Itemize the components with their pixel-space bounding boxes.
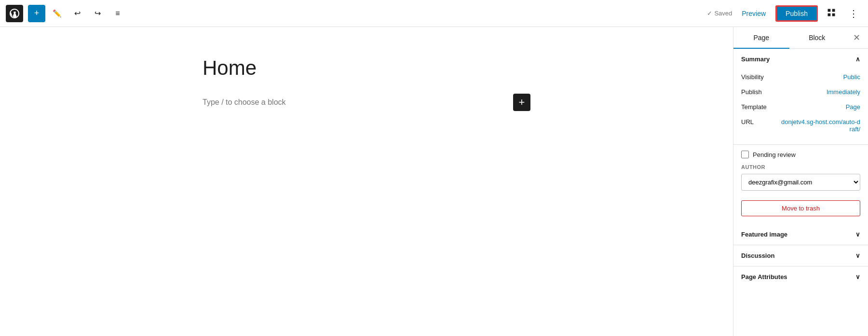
settings-icon	[827, 8, 836, 19]
discussion-label: Discussion	[741, 252, 774, 259]
featured-image-chevron-down-icon: ∨	[855, 231, 860, 238]
url-row: URL donjetv4.sg-host.com/auto-draft/	[741, 114, 860, 137]
editor-content: Type / to choose a block +	[203, 56, 530, 115]
svg-rect-0	[828, 9, 831, 12]
wp-logo-icon	[10, 9, 19, 18]
visibility-label: Visibility	[741, 73, 780, 81]
checkmark-icon: ✓	[707, 10, 712, 17]
close-icon: ✕	[853, 32, 860, 43]
sidebar-tabs: Page Block ✕	[733, 27, 868, 49]
featured-image-section-header[interactable]: Featured image ∨	[733, 224, 868, 245]
svg-rect-3	[832, 14, 835, 16]
toolbar-left: + ✏️ ↩ ↪ ≡	[6, 5, 126, 22]
plus-icon-inline: +	[519, 97, 525, 108]
summary-section-content: Visibility Public Publish Immediately Te…	[733, 70, 868, 144]
toolbar: + ✏️ ↩ ↪ ≡ ✓ Saved Preview Publish ⋮	[0, 0, 868, 27]
chevron-up-icon: ∧	[855, 56, 860, 63]
svg-rect-1	[832, 9, 835, 12]
page-attributes-label: Page Attributes	[741, 273, 787, 280]
url-label: URL	[741, 118, 780, 126]
main-layout: Type / to choose a block + Page Block ✕ …	[0, 27, 868, 336]
redo-button[interactable]: ↪	[89, 5, 106, 22]
saved-label: Saved	[714, 10, 732, 17]
editor-area: Type / to choose a block +	[0, 27, 733, 336]
visibility-row: Visibility Public	[741, 70, 860, 84]
wordpress-logo	[6, 5, 23, 22]
sidebar: Page Block ✕ Summary ∧ Visibility Public…	[733, 27, 868, 336]
url-value[interactable]: donjetv4.sg-host.com/auto-draft/	[780, 118, 860, 133]
pending-review-checkbox[interactable]	[741, 151, 749, 158]
placeholder-text: Type / to choose a block	[203, 98, 286, 107]
template-value[interactable]: Page	[846, 103, 860, 111]
svg-rect-2	[828, 14, 831, 16]
add-block-inline-button[interactable]: +	[513, 94, 530, 111]
discussion-section-header[interactable]: Discussion ∨	[733, 245, 868, 266]
move-to-trash-button[interactable]: Move to trash	[741, 200, 860, 216]
page-attributes-section-header[interactable]: Page Attributes ∨	[733, 266, 868, 287]
toolbar-right: ✓ Saved Preview Publish ⋮	[707, 5, 862, 22]
tab-page[interactable]: Page	[733, 27, 789, 48]
template-label: Template	[741, 103, 780, 111]
publish-button[interactable]: Publish	[775, 5, 818, 22]
author-select[interactable]: deezgrafix@gmail.com	[741, 174, 860, 191]
publish-row: Publish Immediately	[741, 84, 860, 99]
tab-block[interactable]: Block	[789, 27, 845, 48]
sidebar-close-button[interactable]: ✕	[847, 28, 866, 47]
publish-value[interactable]: Immediately	[827, 88, 860, 96]
preview-button[interactable]: Preview	[737, 7, 771, 20]
publish-label: Publish	[741, 88, 780, 96]
page-attributes-chevron-down-icon: ∨	[855, 273, 860, 280]
page-title-input[interactable]	[203, 56, 530, 80]
author-section-label: AUTHOR	[741, 164, 860, 170]
visibility-value[interactable]: Public	[843, 73, 860, 81]
list-icon: ≡	[115, 9, 120, 18]
add-block-button[interactable]: +	[28, 5, 45, 22]
plus-icon: +	[34, 8, 40, 18]
pending-review-label[interactable]: Pending review	[753, 151, 796, 158]
undo-button[interactable]: ↩	[68, 5, 86, 22]
summary-section-header[interactable]: Summary ∧	[733, 49, 868, 70]
edit-button[interactable]: ✏️	[48, 5, 66, 22]
pending-review-row: Pending review	[733, 145, 868, 164]
more-icon: ⋮	[849, 8, 858, 19]
featured-image-label: Featured image	[741, 231, 787, 238]
block-placeholder[interactable]: Type / to choose a block +	[203, 90, 530, 115]
settings-sidebar-toggle[interactable]	[823, 5, 840, 22]
author-section: AUTHOR deezgrafix@gmail.com	[733, 164, 868, 196]
summary-section: Summary ∧ Visibility Public Publish Imme…	[733, 49, 868, 145]
saved-status: ✓ Saved	[707, 10, 732, 17]
discussion-chevron-down-icon: ∨	[855, 252, 860, 259]
redo-icon: ↪	[95, 9, 101, 18]
undo-icon: ↩	[74, 9, 81, 18]
list-view-button[interactable]: ≡	[109, 5, 126, 22]
pencil-icon: ✏️	[53, 9, 62, 18]
template-row: Template Page	[741, 99, 860, 114]
summary-label: Summary	[741, 56, 770, 63]
more-options-button[interactable]: ⋮	[845, 5, 862, 22]
